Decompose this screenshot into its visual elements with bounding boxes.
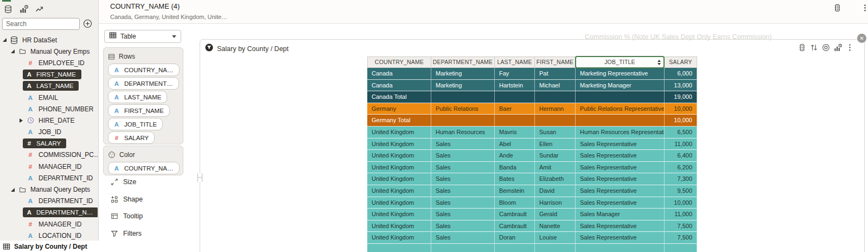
table-cell: Sales Representative	[576, 162, 665, 174]
search-input[interactable]	[2, 18, 80, 30]
selected-field-chip[interactable]: ADEPARTMENT_N…	[23, 207, 98, 217]
dataset-node[interactable]: HR DataSet	[0, 34, 98, 46]
filter-bar[interactable]: COUNTRY_NAME (4) Canada, Germany, United…	[99, 0, 868, 24]
grammar-chip[interactable]: ACOUNTRY_NA…	[108, 162, 180, 174]
sort-icon[interactable]	[810, 43, 818, 52]
table-row[interactable]: Canada Total19,000	[367, 91, 697, 103]
status-lights-icon[interactable]	[833, 4, 842, 12]
filter-badge-icon	[205, 43, 213, 54]
expand-icon[interactable]	[20, 118, 23, 123]
size-dropzone[interactable]: Size	[110, 178, 136, 186]
expand-icon[interactable]	[11, 188, 15, 192]
menu-icon[interactable]	[861, 4, 868, 12]
sorted-column-box[interactable]: JOB_TITLE	[575, 56, 665, 68]
table-cell: Marketing Representative	[576, 68, 665, 80]
table-row[interactable]: United KingdomSalesCambraultNanetteSales…	[367, 220, 697, 232]
color-label: Color	[119, 151, 135, 159]
field-label: EMAIL	[39, 94, 58, 102]
table-row[interactable]	[367, 244, 697, 252]
column-header[interactable]: DEPARTMENT_NAME	[431, 56, 495, 68]
selected-field-chip[interactable]: AFIRST_NAME	[23, 70, 81, 79]
menu-icon[interactable]	[846, 43, 854, 52]
field-item[interactable]: AJOB_ID	[0, 127, 98, 138]
grammar-chip[interactable]: AFIRST_NAME	[108, 104, 170, 117]
field-item[interactable]: ADEPARTMENT_N…	[0, 207, 98, 218]
shape-dropzone[interactable]: Shape	[110, 196, 143, 203]
table-row[interactable]: United KingdomSalesBernsteinDavidSales R…	[367, 185, 697, 197]
table-cell: Abel	[495, 138, 535, 150]
field-item[interactable]: ADEPARTMENT_ID	[0, 172, 98, 184]
field-item[interactable]: #COMMISSION_PC…	[0, 149, 98, 161]
folder-node[interactable]: Manual Query Depts	[0, 184, 98, 195]
field-label: SALARY	[36, 140, 61, 147]
field-item[interactable]: #MANAGER_ID	[0, 218, 98, 230]
visualizations-tab-icon[interactable]	[19, 4, 28, 14]
analytics-tab-icon[interactable]	[35, 4, 44, 14]
table-cell: Sundar	[535, 150, 576, 162]
table-row[interactable]: CanadaMarketingHartsteinMichaelMarketing…	[367, 80, 697, 92]
field-item[interactable]: #MANAGER_ID	[0, 161, 98, 172]
table-row[interactable]: Germany Total10,000	[367, 115, 697, 127]
status-lights-icon[interactable]	[798, 43, 806, 52]
table-row[interactable]: United KingdomSalesBloomHarrisonSales Re…	[367, 197, 697, 209]
viz-title: Salary by County / Dept	[217, 45, 289, 53]
data-tab-icon[interactable]	[3, 4, 12, 14]
field-item[interactable]: AEMAIL	[0, 92, 98, 103]
selected-field-chip[interactable]: #SALARY	[23, 138, 66, 148]
field-item[interactable]: APHONE_NUMBER	[0, 103, 98, 115]
table-row[interactable]: CanadaMarketingFayPatMarketing Represent…	[367, 68, 697, 80]
column-header[interactable]: LAST_NAME	[495, 56, 535, 68]
table-cell: United Kingdom	[367, 138, 431, 150]
expand-icon[interactable]	[3, 38, 7, 42]
table-row[interactable]: United KingdomSalesBatesElizabethSales R…	[367, 173, 697, 185]
table-row[interactable]: United KingdomSalesAbelEllenSales Repres…	[367, 138, 697, 150]
field-item[interactable]: HIRE_DATE	[0, 115, 98, 126]
grammar-chip[interactable]: AJOB_TITLE	[108, 118, 163, 130]
table-row[interactable]: United KingdomSalesCambraultGeraldSales …	[367, 209, 697, 220]
grammar-chip[interactable]: ACOUNTRY_NA…	[108, 64, 180, 76]
table-cell: 10,000	[665, 115, 697, 127]
field-item[interactable]: ALAST_NAME	[0, 80, 98, 92]
string-icon: A	[27, 232, 34, 239]
table-row[interactable]: United KingdomSalesDoranLouiseSales Repr…	[367, 232, 697, 244]
folder-node[interactable]: Manual Query Emps	[0, 46, 98, 57]
grammar-chip[interactable]: ALAST_NAME	[108, 91, 167, 103]
field-item[interactable]: AFIRST_NAME	[0, 69, 98, 80]
table-cell: Sales	[431, 150, 495, 162]
table-cell: Cambrault	[495, 209, 535, 220]
table-row[interactable]: United KingdomSalesAndeSundarSales Repre…	[367, 150, 697, 162]
tooltip-dropzone[interactable]: Tooltip	[110, 212, 143, 220]
database-icon	[10, 36, 18, 45]
column-header[interactable]: JOB_TITLE	[576, 56, 665, 68]
table-cell: Sales	[431, 185, 495, 197]
grammar-chip[interactable]: #SALARY	[108, 131, 155, 144]
viz-type-dropdown[interactable]: Table	[104, 30, 181, 43]
search-area	[2, 18, 96, 30]
selected-field-chip[interactable]: ALAST_NAME	[23, 81, 79, 91]
table-cell: Bernstein	[495, 185, 535, 197]
close-icon[interactable]	[857, 34, 866, 43]
table-cell: Germany	[367, 103, 431, 115]
expand-icon[interactable]	[11, 49, 15, 53]
table-cell: Human Resources Representative	[576, 127, 665, 138]
drill-target-icon[interactable]	[822, 43, 830, 52]
add-data-icon[interactable]	[83, 19, 93, 29]
table-row[interactable]: United KingdomSalesBandaAmitSales Repres…	[367, 162, 697, 174]
table-row[interactable]: United KingdomHuman ResourcesMavrisSusan…	[367, 127, 697, 138]
rows-chip-list: ACOUNTRY_NA…ADEPARTMENT…ALAST_NAMEAFIRST…	[108, 64, 183, 144]
filters-dropzone[interactable]: Filters	[110, 230, 142, 237]
viz-properties-tab[interactable]: Salary by County / Dept	[0, 241, 99, 252]
table-cell: Sales	[431, 197, 495, 209]
panel-resize-handle[interactable]	[197, 173, 202, 182]
field-item[interactable]: ALOCATION_ID	[0, 230, 98, 241]
table-row[interactable]: GermanyPublic RelationsBaerHermannPublic…	[367, 103, 697, 115]
column-header[interactable]: COUNTRY_NAME	[367, 56, 431, 68]
table-cell: Amit	[535, 162, 576, 174]
column-header[interactable]: FIRST_NAME	[535, 56, 576, 68]
grammar-chip[interactable]: ADEPARTMENT…	[108, 77, 179, 90]
field-item[interactable]: #EMPLOYEE_ID	[0, 57, 98, 68]
field-item[interactable]: #SALARY	[0, 138, 98, 149]
chart-refresh-icon[interactable]	[834, 43, 842, 52]
column-header[interactable]: SALARY	[665, 56, 697, 68]
field-item[interactable]: ADEPARTMENT_ID	[0, 196, 98, 207]
